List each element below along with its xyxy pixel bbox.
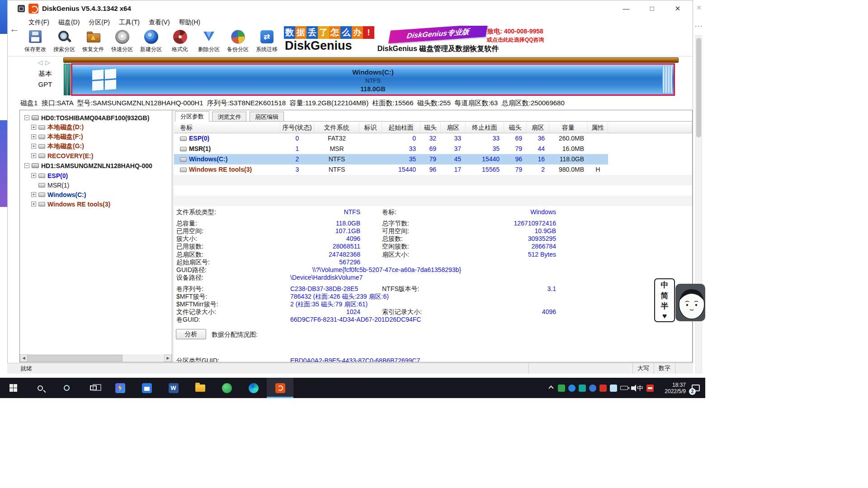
system-migration-button[interactable]: 系统迁移 xyxy=(252,27,281,56)
viewer-close-icon[interactable]: ✕ xyxy=(693,3,704,13)
menu-disk[interactable]: 磁盘(D) xyxy=(54,17,84,28)
scrollbar-thumb[interactable] xyxy=(28,355,123,361)
volume-icon xyxy=(180,157,187,162)
tab-sector-edit[interactable]: 扇区编辑 xyxy=(250,112,284,122)
expander-icon[interactable]: + xyxy=(31,144,36,149)
volume-icon xyxy=(180,168,187,172)
expander-icon[interactable]: + xyxy=(31,173,36,178)
expander-icon[interactable]: + xyxy=(31,134,36,139)
cortana-button[interactable] xyxy=(53,378,80,398)
word-icon xyxy=(169,383,179,393)
tray-blue-circle-icon[interactable] xyxy=(568,385,576,392)
task-view-button[interactable] xyxy=(80,378,107,398)
table-row-windows-re[interactable]: Windows RE tools(3) 3 NTFS 15440 96 17 1… xyxy=(174,164,608,175)
delete-partition-button[interactable]: 删除分区 xyxy=(194,27,223,56)
tab-browse-files[interactable]: 浏览文件 xyxy=(212,112,246,122)
more-options-icon[interactable]: ⋯ xyxy=(693,22,704,31)
detail-row: 簇大小:4096 总簇数:30935295 xyxy=(176,235,556,243)
tree-item-hd0[interactable]: −HD0:TOSHIBAMQ04ABF100(932GB) xyxy=(20,113,172,122)
taskbar-green-browser-button[interactable] xyxy=(213,378,240,398)
expander-icon[interactable]: − xyxy=(24,163,29,168)
taskbar-search-button[interactable] xyxy=(27,378,53,398)
ime-floating-widget[interactable]: 中 简 半 ♥ xyxy=(654,278,675,322)
allocation-label: 数据分配情况图: xyxy=(212,331,258,339)
ad-qq-link[interactable]: 或点击此处选择QQ咨询 xyxy=(485,36,546,44)
scroll-left-icon[interactable]: ◀ xyxy=(20,354,28,362)
battery-icon[interactable] xyxy=(620,386,628,390)
format-button[interactable]: 格式化 xyxy=(165,27,194,56)
tray-teal-app-icon[interactable] xyxy=(579,385,586,392)
menu-tools[interactable]: 工具(T) xyxy=(114,17,144,28)
ime-indicator[interactable]: 中 xyxy=(637,385,643,392)
taskbar-diskgenius-button[interactable] xyxy=(267,378,293,398)
tree-item-windows-c[interactable]: +Windows(C:) xyxy=(20,190,172,199)
action-center-button[interactable]: 2 xyxy=(689,378,703,398)
tree-horizontal-scrollbar[interactable]: ◀ ▶ xyxy=(20,354,172,362)
tree-item-hd1[interactable]: −HD1:SAMSUNGMZNLN128HAHQ-000 xyxy=(20,161,172,170)
table-row-msr[interactable]: MSR(1) 1 MSR 33 69 37 35 79 44 16.0MB xyxy=(174,144,608,154)
disk-overview-bar[interactable] xyxy=(63,57,679,63)
menu-view[interactable]: 查看(V) xyxy=(144,17,175,28)
taskbar-clock[interactable]: 18:37 2022/5/9 xyxy=(657,382,686,394)
detail-row: 总容量:118.0GB 总字节数:126710972416 xyxy=(176,220,556,227)
tray-green-shield-icon[interactable] xyxy=(558,385,565,392)
tree-item-local-f[interactable]: +本地磁盘(F:) xyxy=(20,132,172,141)
tree-item-local-d[interactable]: +本地磁盘(D:) xyxy=(20,122,172,132)
empty-row xyxy=(174,185,692,196)
detail-row: $MFT簇号:786432 (柱面:426 磁头:239 扇区:6) xyxy=(176,293,556,300)
recover-files-button[interactable]: 恢复文件 xyxy=(79,27,108,56)
windows-partition-block[interactable]: Windows(C:) NTFS 118.0GB xyxy=(71,63,675,96)
tray-snowflake-icon[interactable] xyxy=(610,385,617,392)
search-partition-button[interactable]: 搜索分区 xyxy=(50,27,79,56)
table-row-windows-c[interactable]: Windows(C:) 2 NTFS 35 79 45 15440 96 16 … xyxy=(174,154,608,164)
tray-security-icon[interactable] xyxy=(646,385,654,392)
expander-icon[interactable]: + xyxy=(31,153,36,158)
taskbar-bolt-app-button[interactable] xyxy=(107,378,133,398)
menu-file[interactable]: 文件(F) xyxy=(24,17,54,28)
new-partition-button[interactable]: 新建分区 xyxy=(137,27,165,56)
expander-icon[interactable]: − xyxy=(24,115,29,120)
quick-partition-button[interactable]: 快速分区 xyxy=(108,27,137,56)
taskbar: 中 18:37 2022/5/9 2 xyxy=(0,378,705,398)
tree-item-windows-re[interactable]: +Windows RE tools(3) xyxy=(20,199,172,209)
close-button[interactable]: ✕ xyxy=(670,3,685,14)
taskbar-file-explorer-button[interactable] xyxy=(187,378,213,398)
tree-item-esp[interactable]: +ESP(0) xyxy=(20,171,172,180)
taskbar-word-button[interactable] xyxy=(160,378,187,398)
taskbar-edge-button[interactable] xyxy=(240,378,267,398)
minimize-button[interactable]: — xyxy=(619,3,633,14)
menu-partition[interactable]: 分区(P) xyxy=(84,17,114,28)
scroll-right-icon[interactable]: ▶ xyxy=(164,354,172,362)
tree-item-recovery-e[interactable]: +RECOVERY(E:) xyxy=(20,151,172,160)
sticker-face[interactable] xyxy=(675,284,705,321)
disk-nav-arrows[interactable]: ◁▷ xyxy=(31,59,60,66)
ad-banner[interactable]: 数 据 丢 了 怎 么 办 ! DiskGenius DiskGenius专业版… xyxy=(283,26,547,56)
tray-messenger-icon[interactable] xyxy=(589,385,596,392)
volume-speaker-icon[interactable] xyxy=(631,386,634,390)
tree-item-local-g[interactable]: +本地磁盘(G:) xyxy=(20,141,172,151)
tray-red-app-icon[interactable] xyxy=(599,385,607,392)
expander-icon[interactable]: + xyxy=(31,125,36,130)
screen: DiskGenius V5.4.3.1342 x64 — □ ✕ 文件(F) 磁… xyxy=(0,0,868,488)
maximize-button[interactable]: □ xyxy=(645,3,659,14)
esp-partition-block[interactable] xyxy=(64,64,67,95)
tree-item-msr[interactable]: MSR(1) xyxy=(20,180,172,190)
cortana-icon xyxy=(64,385,70,391)
expander-icon[interactable]: + xyxy=(31,192,36,197)
hidden-icons-chevron[interactable] xyxy=(548,385,553,390)
msr-partition-block[interactable] xyxy=(67,64,71,95)
clock-time: 18:37 xyxy=(657,382,686,388)
analyze-button[interactable]: 分析 xyxy=(176,329,206,339)
tab-partition-params[interactable]: 分区参数 xyxy=(175,111,209,122)
menu-help[interactable]: 帮助(H) xyxy=(175,17,205,28)
detail-row: 总扇区数:247482368 扇区大小:512 Bytes xyxy=(176,251,556,258)
table-row-esp[interactable]: ESP(0) 0 FAT32 0 32 33 33 69 36 260.0MB xyxy=(174,133,608,144)
expander-icon[interactable]: + xyxy=(31,202,36,206)
free-space-stripes xyxy=(662,66,672,93)
status-ready: 就绪 xyxy=(7,365,32,373)
start-button[interactable] xyxy=(0,378,27,398)
backup-partition-button[interactable]: 备份分区 xyxy=(223,27,252,56)
save-changes-button[interactable]: 保存更改 xyxy=(21,27,50,56)
taskbar-store-button[interactable] xyxy=(133,378,160,398)
viewer-scrollbar-thumb[interactable] xyxy=(696,38,701,137)
